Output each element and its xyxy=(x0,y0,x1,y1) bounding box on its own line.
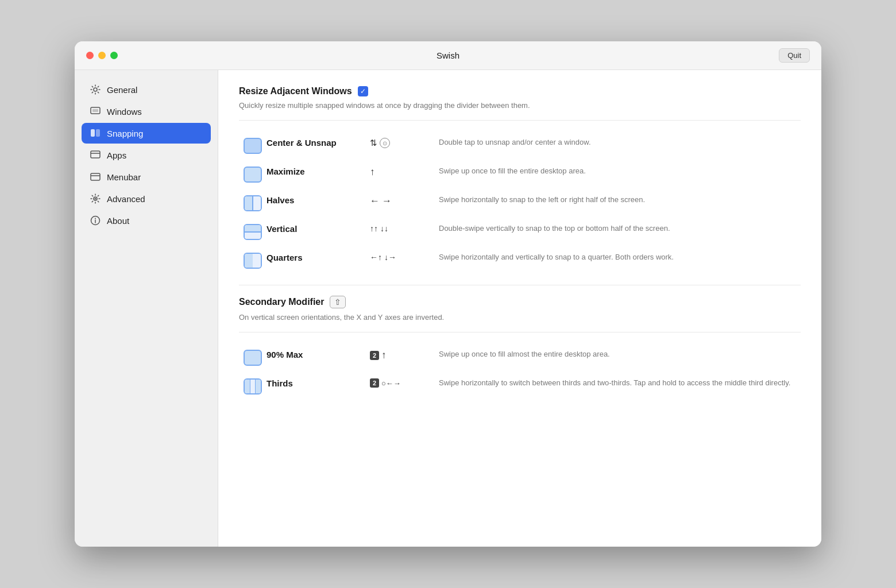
sidebar-item-advanced[interactable]: Advanced xyxy=(82,188,211,209)
feature-name-thirds: Thirds xyxy=(267,377,370,388)
icon-cell-maximize xyxy=(239,165,267,183)
desc-center-unsnap: Double tap to unsnap and/or center a win… xyxy=(439,137,801,148)
gesture-maximize: ↑ xyxy=(370,165,439,178)
secondary-modifier-desc: On vertical screen orientations, the X a… xyxy=(239,313,801,322)
gesture-thirds: 2 ○←→ xyxy=(370,377,439,388)
halves-icon xyxy=(244,195,262,211)
svg-rect-5 xyxy=(91,151,100,158)
sidebar-item-about[interactable]: About xyxy=(82,210,211,231)
secondary-modifier-title: Secondary Modifier xyxy=(239,297,324,307)
feature-name-vertical: Vertical xyxy=(267,223,370,234)
divider-1 xyxy=(239,120,801,121)
resize-adjacent-desc: Quickly resize multiple snapped windows … xyxy=(239,101,801,110)
gesture-vertical: ↑↑ ↓↓ xyxy=(370,223,439,233)
windows-icon xyxy=(90,106,101,117)
sidebar-item-menubar[interactable]: Menubar xyxy=(82,167,211,187)
gesture-90max: 2 ↑ xyxy=(370,349,439,361)
feature-name-center-unsnap: Center & Unsnap xyxy=(267,137,370,148)
feature-row-vertical: Vertical ↑↑ ↓↓ Double-swipe vertically t… xyxy=(239,217,801,246)
num-badge-thirds: 2 xyxy=(370,378,379,388)
quit-button[interactable]: Quit xyxy=(779,48,810,63)
resize-adjacent-title: Resize Adjacent Windows xyxy=(239,86,352,96)
icon-cell-90max xyxy=(239,349,267,366)
apps-icon xyxy=(90,149,101,161)
desc-thirds: Swipe horizontally to switch between thi… xyxy=(439,377,801,389)
menubar-icon xyxy=(90,171,101,183)
sidebar-label-advanced: Advanced xyxy=(107,194,145,204)
sidebar-item-windows[interactable]: Windows xyxy=(82,101,211,122)
feature-name-90max: 90% Max xyxy=(267,349,370,359)
svg-rect-7 xyxy=(91,173,100,180)
sidebar-item-snapping[interactable]: Snapping xyxy=(82,123,211,144)
advanced-icon xyxy=(90,193,101,204)
vertical-icon xyxy=(244,224,262,240)
divider-2 xyxy=(239,285,801,285)
snapping-icon xyxy=(90,127,101,139)
app-window: Swish Quit General xyxy=(75,41,821,547)
sidebar-label-apps: Apps xyxy=(107,150,126,160)
center-unsnap-icon xyxy=(244,138,262,154)
desc-vertical: Double-swipe vertically to snap to the t… xyxy=(439,223,801,234)
feature-row-center-unsnap: Center & Unsnap ⇅ ⊙ Double tap to unsnap… xyxy=(239,131,801,160)
sidebar-label-general: General xyxy=(107,85,137,95)
svg-rect-3 xyxy=(91,129,95,137)
feature-row-thirds: Thirds 2 ○←→ Swipe horizontally to switc… xyxy=(239,372,801,400)
svg-point-0 xyxy=(94,88,97,91)
maximize-button[interactable] xyxy=(110,52,118,59)
sidebar-label-menubar: Menubar xyxy=(107,172,141,182)
icon-cell-thirds xyxy=(239,377,267,394)
maximize-icon xyxy=(244,167,262,183)
info-icon xyxy=(90,215,101,226)
svg-point-10 xyxy=(95,198,96,200)
titlebar: Swish Quit xyxy=(75,41,821,70)
gesture-quarters: ←↑ ↓→ xyxy=(370,252,439,262)
feature-name-maximize: Maximize xyxy=(267,165,370,176)
sidebar-label-snapping: Snapping xyxy=(107,129,143,138)
sidebar-label-about: About xyxy=(107,216,129,226)
desc-90max: Swipe up once to fill almost the entire … xyxy=(439,349,801,360)
gesture-halves: ← → xyxy=(370,194,439,207)
icon-cell-center-unsnap xyxy=(239,137,267,154)
content-area: Resize Adjacent Windows ✓ Quickly resize… xyxy=(218,70,821,547)
sidebar: General Windows Snapping xyxy=(75,70,218,547)
svg-point-13 xyxy=(95,218,96,219)
svg-rect-4 xyxy=(96,129,100,137)
main-layout: General Windows Snapping xyxy=(75,70,821,547)
thirds-icon xyxy=(244,378,262,394)
traffic-lights xyxy=(86,52,118,59)
desc-quarters: Swipe horizontally and vertically to sna… xyxy=(439,252,801,263)
icon-cell-vertical xyxy=(239,223,267,240)
sidebar-item-apps[interactable]: Apps xyxy=(82,145,211,165)
secondary-modifier-header: Secondary Modifier ⇧ xyxy=(239,296,801,308)
feature-row-90max: 90% Max 2 ↑ Swipe up once to fill almost… xyxy=(239,343,801,372)
feature-name-halves: Halves xyxy=(267,194,370,205)
desc-maximize: Swipe up once to fill the entire desktop… xyxy=(439,165,801,177)
num-badge-90max: 2 xyxy=(370,351,379,360)
settings-circle-center-unsnap[interactable]: ⊙ xyxy=(380,138,390,148)
feature-row-quarters: Quarters ←↑ ↓→ Swipe horizontally and ve… xyxy=(239,246,801,274)
resize-adjacent-header: Resize Adjacent Windows ✓ xyxy=(239,86,801,96)
close-button[interactable] xyxy=(86,52,94,59)
gesture-center-unsnap: ⇅ ⊙ xyxy=(370,137,439,148)
quarters-icon xyxy=(244,253,262,269)
modifier-key-display: ⇧ xyxy=(330,296,346,308)
gear-icon xyxy=(90,84,101,95)
feature-name-quarters: Quarters xyxy=(267,252,370,262)
feature-row-maximize: Maximize ↑ Swipe up once to fill the ent… xyxy=(239,160,801,188)
sidebar-label-windows: Windows xyxy=(107,107,142,117)
icon-cell-halves xyxy=(239,194,267,211)
feature-row-halves: Halves ← → Swipe horizontally to snap to… xyxy=(239,188,801,217)
divider-3 xyxy=(239,332,801,332)
minimize-button[interactable] xyxy=(98,52,106,59)
resize-adjacent-checkbox[interactable]: ✓ xyxy=(358,86,368,96)
icon-cell-quarters xyxy=(239,252,267,269)
svg-rect-2 xyxy=(92,109,98,112)
window-title: Swish xyxy=(437,51,459,60)
90max-icon xyxy=(244,350,262,366)
sidebar-item-general[interactable]: General xyxy=(82,79,211,100)
desc-halves: Swipe horizontally to snap to the left o… xyxy=(439,194,801,206)
